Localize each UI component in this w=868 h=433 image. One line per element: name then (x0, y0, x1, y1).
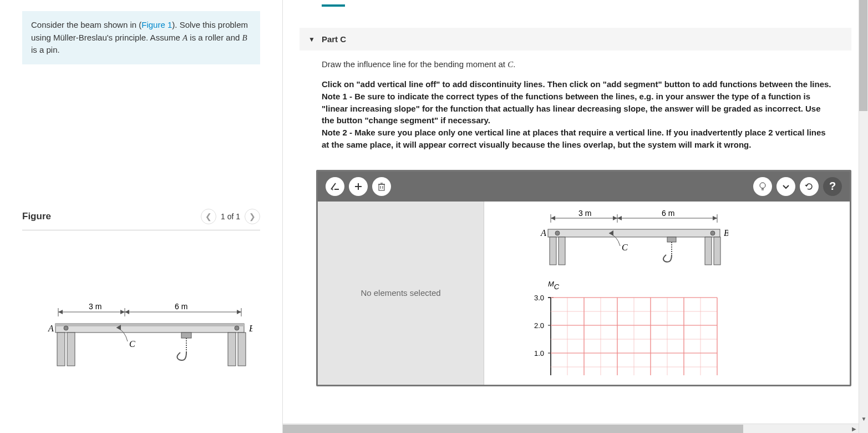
tick-3: 3.0 (534, 294, 544, 302)
dim-6m-small: 6 m (662, 209, 674, 218)
svg-marker-8 (237, 310, 241, 314)
left-panel: Consider the beam shown in (Figure 1). S… (0, 0, 283, 433)
drawing-workspace: + (316, 170, 851, 386)
svg-point-47 (710, 231, 715, 235)
svg-rect-10 (55, 324, 244, 326)
segment-tool-button[interactable]: + (326, 177, 344, 196)
chevron-down-icon (781, 182, 791, 192)
workspace-body: No elements selected 3 m (318, 202, 850, 385)
right-panel: ▼ Part C Draw the influence line for the… (283, 0, 868, 433)
svg-marker-40 (713, 216, 717, 220)
figure-image: 3 m 6 m A B C (22, 297, 260, 375)
help-button[interactable]: ? (823, 177, 842, 196)
svg-marker-5 (58, 310, 63, 314)
influence-plot[interactable]: MC (495, 275, 728, 375)
figure-link[interactable]: Figure 1 (141, 20, 172, 29)
svg-rect-49 (667, 237, 676, 242)
figure-next-button[interactable]: ❯ (245, 209, 260, 224)
var-A: A (182, 33, 187, 42)
expand-button[interactable] (776, 177, 795, 196)
var-B: B (242, 33, 247, 42)
label-B-sm: B (724, 228, 728, 238)
beam-diagram-small: 3 m 6 m A B C (495, 207, 728, 274)
hint-button[interactable] (753, 177, 772, 196)
add-button[interactable] (349, 177, 368, 196)
svg-rect-12 (67, 333, 75, 366)
svg-marker-31 (805, 185, 808, 187)
figure-nav: ❮ 1 of 1 ❯ (201, 209, 260, 224)
svg-rect-23 (379, 184, 384, 190)
label-C: C (129, 339, 135, 349)
label-C-sm: C (622, 243, 628, 252)
svg-marker-38 (613, 216, 617, 220)
svg-rect-43 (559, 237, 565, 265)
svg-rect-14 (228, 333, 236, 366)
vertical-scrollbar[interactable]: ▲ ▼ (859, 0, 868, 433)
label-B: B (249, 324, 252, 333)
dim-6m: 6 m (175, 302, 187, 311)
scroll-thumb[interactable] (859, 0, 867, 111)
dim-3m: 3 m (89, 302, 101, 311)
tick-2: 2.0 (534, 321, 544, 330)
problem-text: is a roller and (187, 33, 242, 42)
figure-header: Figure ❮ 1 of 1 ❯ (22, 209, 260, 230)
delete-button[interactable] (372, 177, 391, 196)
reset-icon (804, 182, 814, 192)
problem-statement: Consider the beam shown in (Figure 1). S… (22, 11, 260, 64)
part-content: Draw the influence line for the bending … (283, 51, 868, 170)
segment-tool-icon: + (330, 182, 340, 192)
svg-marker-7 (125, 310, 129, 314)
figure-prev-button[interactable]: ❮ (201, 209, 216, 224)
figure-counter: 1 of 1 (221, 212, 240, 221)
svg-rect-46 (714, 237, 720, 265)
selection-message: No elements selected (361, 288, 440, 298)
hint-icon (758, 182, 768, 192)
drawing-toolbar: + (318, 172, 850, 202)
caret-down-icon: ▼ (308, 36, 315, 43)
problem-text: is a pin. (31, 45, 60, 54)
problem-text: Consider the beam shown in ( (31, 20, 141, 29)
horizontal-scrollbar[interactable]: ◀ ▶ (283, 424, 859, 433)
delete-icon (377, 182, 387, 192)
instructions-text: Click on "add vertical line off" to add … (322, 78, 835, 151)
part-title: Part C (322, 34, 346, 44)
question-text: Draw the influence line for the bending … (322, 59, 835, 69)
dim-3m-small: 3 m (578, 209, 591, 218)
reset-button[interactable] (800, 177, 819, 196)
svg-rect-42 (550, 237, 556, 265)
tick-1: 1.0 (534, 349, 544, 358)
svg-text:+: + (331, 187, 334, 192)
label-A: A (48, 324, 54, 333)
svg-rect-18 (181, 333, 191, 338)
svg-point-44 (555, 231, 560, 235)
svg-rect-15 (238, 333, 246, 366)
svg-point-16 (235, 326, 239, 330)
svg-marker-6 (120, 310, 125, 314)
svg-rect-11 (57, 333, 65, 366)
y-axis-label: MC (548, 280, 560, 291)
add-icon (353, 182, 363, 192)
svg-rect-41 (548, 229, 720, 237)
selection-panel: No elements selected (318, 202, 484, 385)
help-icon: ? (829, 180, 836, 193)
progress-indicator (322, 4, 345, 7)
beam-diagram: 3 m 6 m A B C (31, 297, 252, 375)
scroll-right-arrow-icon[interactable]: ▶ (849, 424, 859, 433)
plot-panel[interactable]: 3 m 6 m A B C (484, 202, 850, 385)
svg-point-28 (760, 183, 765, 188)
figure-title: Figure (22, 211, 51, 222)
svg-point-13 (64, 326, 68, 330)
scroll-down-arrow-icon[interactable]: ▼ (859, 414, 868, 424)
svg-marker-37 (551, 216, 555, 220)
svg-rect-45 (705, 237, 712, 265)
part-header[interactable]: ▼ Part C (300, 28, 851, 51)
label-A-sm: A (540, 228, 546, 238)
scroll-h-thumb[interactable] (283, 425, 743, 433)
svg-marker-39 (617, 216, 622, 220)
